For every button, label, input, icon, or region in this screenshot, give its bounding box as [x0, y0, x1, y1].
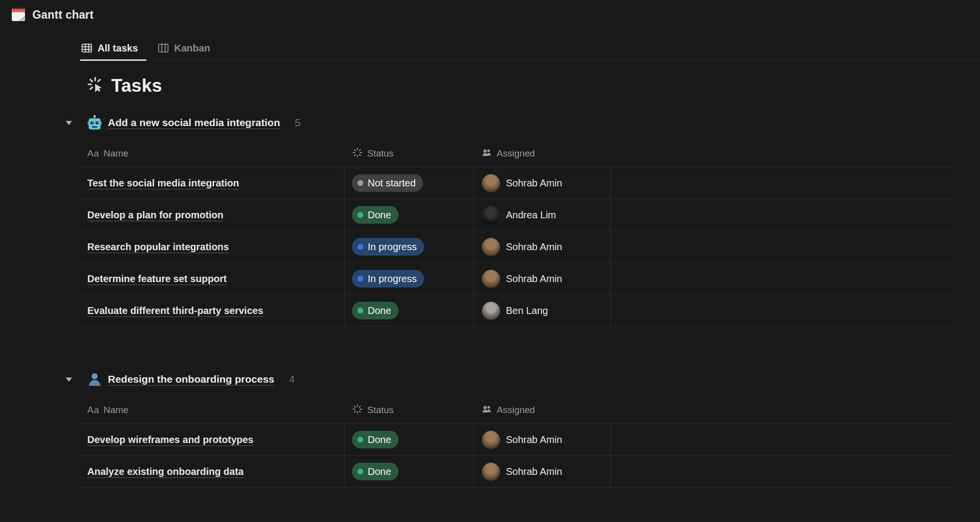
empty-cell — [611, 199, 953, 231]
tab-kanban[interactable]: Kanban — [156, 42, 219, 60]
task-name-link[interactable]: Develop wireframes and prototypes — [87, 434, 253, 445]
status-dot-icon — [357, 180, 363, 186]
column-header-assigned[interactable]: Assigned — [474, 140, 611, 167]
avatar — [482, 174, 500, 192]
table-row[interactable]: Develop a plan for promotion Done Andrea… — [79, 199, 953, 231]
name-cell[interactable]: Analyze existing onboarding data — [79, 456, 345, 487]
robot-icon — [86, 114, 103, 131]
name-cell[interactable]: Determine feature set support — [79, 263, 345, 294]
group-title[interactable]: Add a new social media integration — [108, 117, 280, 129]
table-row[interactable]: Test the social media integration Not st… — [79, 167, 953, 199]
name-cell[interactable]: Develop wireframes and prototypes — [79, 424, 345, 455]
empty-cell — [611, 456, 953, 487]
group-count: 4 — [289, 373, 295, 385]
collapse-toggle-icon[interactable] — [65, 120, 73, 126]
table-icon — [81, 42, 93, 54]
status-label: In progress — [368, 273, 417, 285]
rows: Test the social media integration Not st… — [79, 167, 953, 327]
click-burst-icon — [86, 76, 105, 96]
status-badge[interactable]: Not started — [352, 174, 423, 192]
task-name-link[interactable]: Evaluate different third-party services — [87, 305, 263, 316]
assignee-name: Sohrab Amin — [506, 178, 562, 189]
database-title: Tasks — [111, 76, 162, 96]
status-dot-icon — [357, 212, 363, 218]
status-badge[interactable]: In progress — [352, 270, 424, 287]
column-header-status[interactable]: Status — [345, 397, 474, 423]
task-table: Aa Name Status — [79, 140, 953, 327]
status-burst-icon — [352, 147, 363, 160]
assigned-cell[interactable]: Sohrab Amin — [474, 456, 611, 487]
avatar — [482, 238, 500, 256]
assignee-name: Sohrab Amin — [506, 466, 562, 477]
table-row[interactable]: Determine feature set support In progres… — [79, 263, 953, 295]
status-badge[interactable]: Done — [352, 463, 399, 480]
empty-cell — [611, 167, 953, 199]
status-badge[interactable]: Done — [352, 431, 399, 448]
name-cell[interactable]: Test the social media integration — [79, 167, 345, 199]
group-header: Add a new social media integration 5 — [65, 113, 980, 132]
task-name-link[interactable]: Research popular integrations — [87, 241, 229, 253]
assigned-cell[interactable]: Sohrab Amin — [474, 263, 611, 294]
status-badge[interactable]: Done — [352, 302, 399, 319]
status-label: Not started — [368, 178, 416, 189]
task-name-link[interactable]: Test the social media integration — [87, 178, 239, 189]
status-label: Done — [368, 209, 391, 221]
page-title: Gantt chart — [32, 8, 94, 22]
status-cell[interactable]: Not started — [345, 167, 474, 199]
assigned-cell[interactable]: Andrea Lim — [474, 199, 611, 231]
status-dot-icon — [357, 244, 363, 250]
page-header: Gantt chart — [0, 0, 980, 25]
table-row[interactable]: Evaluate different third-party services … — [79, 295, 953, 327]
notion-page: Gantt chart All tasks Kanban — [0, 0, 980, 522]
avatar — [482, 206, 500, 224]
assigned-cell[interactable]: Sohrab Amin — [474, 231, 611, 262]
name-cell[interactable]: Research popular integrations — [79, 231, 345, 262]
avatar — [482, 431, 500, 449]
status-cell[interactable]: Done — [345, 199, 474, 231]
avatar — [482, 463, 500, 481]
tab-label: All tasks — [98, 43, 138, 54]
column-header-name[interactable]: Aa Name — [79, 397, 345, 423]
status-cell[interactable]: In progress — [345, 263, 474, 294]
tab-all-tasks[interactable]: All tasks — [80, 42, 147, 60]
assigned-cell[interactable]: Sohrab Amin — [474, 167, 611, 199]
table-row[interactable]: Develop wireframes and prototypes Done S… — [79, 424, 953, 456]
task-group: Add a new social media integration 5 Aa … — [0, 113, 980, 327]
task-name-link[interactable]: Analyze existing onboarding data — [87, 466, 244, 477]
assigned-cell[interactable]: Sohrab Amin — [474, 424, 611, 455]
status-label: Done — [368, 434, 391, 445]
column-header-assigned[interactable]: Assigned — [474, 397, 611, 423]
column-header-status[interactable]: Status — [345, 140, 474, 167]
group-count: 5 — [295, 117, 301, 129]
status-cell[interactable]: In progress — [345, 231, 474, 262]
status-badge[interactable]: In progress — [352, 238, 424, 256]
status-label: Done — [368, 466, 391, 477]
status-dot-icon — [357, 437, 363, 443]
assignee-name: Sohrab Amin — [506, 241, 562, 253]
status-cell[interactable]: Done — [345, 424, 474, 455]
tab-label: Kanban — [174, 43, 210, 54]
status-label: In progress — [368, 241, 417, 253]
spiral-notepad-icon — [9, 5, 27, 25]
assignee-name: Ben Lang — [506, 305, 548, 316]
database-heading: Tasks — [86, 76, 980, 96]
task-name-link[interactable]: Determine feature set support — [87, 273, 227, 285]
name-cell[interactable]: Evaluate different third-party services — [79, 295, 345, 326]
avatar — [482, 302, 500, 320]
status-cell[interactable]: Done — [345, 456, 474, 487]
table-row[interactable]: Research popular integrations In progres… — [79, 231, 953, 263]
assignee-name: Sohrab Amin — [506, 273, 562, 285]
person-bust-icon — [86, 371, 103, 388]
collapse-toggle-icon[interactable] — [65, 377, 73, 382]
status-cell[interactable]: Done — [345, 295, 474, 326]
groups: Add a new social media integration 5 Aa … — [0, 113, 980, 488]
table-row[interactable]: Analyze existing onboarding data Done So… — [79, 456, 953, 488]
task-name-link[interactable]: Develop a plan for promotion — [87, 209, 224, 221]
name-cell[interactable]: Develop a plan for promotion — [79, 199, 345, 231]
group-title[interactable]: Redesign the onboarding process — [108, 373, 275, 385]
column-header-name[interactable]: Aa Name — [79, 140, 345, 167]
assigned-cell[interactable]: Ben Lang — [474, 295, 611, 326]
text-property-icon: Aa — [87, 405, 99, 416]
status-badge[interactable]: Done — [352, 206, 399, 224]
view-tabs: All tasks Kanban — [80, 42, 980, 61]
